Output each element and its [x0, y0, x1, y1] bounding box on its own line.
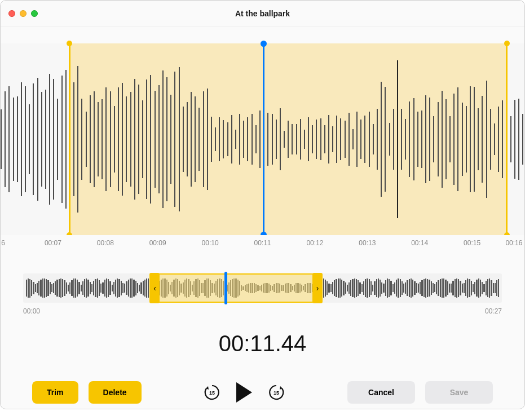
overview-playhead[interactable] [224, 272, 227, 304]
app-window: At the ballpark 600:0700:0800:0900:1000:… [0, 0, 525, 409]
overview-time-labels: 00:00 00:27 [23, 307, 502, 315]
overview-trim-end-handle[interactable]: › [312, 273, 323, 303]
ruler-tick: 00:13 [359, 239, 376, 247]
waveform-overview[interactable]: ‹ › [23, 273, 502, 303]
ruler-tick: 00:14 [411, 239, 428, 247]
save-button[interactable]: Save [425, 381, 493, 404]
trim-start-handle[interactable] [69, 43, 70, 235]
close-window-button[interactable] [8, 10, 15, 17]
overview-trim-start-handle[interactable]: ‹ [149, 273, 160, 303]
time-ruler: 600:0700:0800:0900:1000:1100:1200:1300:1… [1, 235, 524, 251]
ruler-tick: 00:16 [505, 239, 522, 247]
toolbar: Trim Delete 15 15 Cancel Save [1, 381, 524, 404]
ruler-tick: 00:15 [464, 239, 480, 247]
ruler-tick: 00:12 [306, 239, 323, 247]
minimize-window-button[interactable] [20, 10, 27, 17]
ruler-tick: 00:09 [149, 239, 166, 247]
skip-back-15-button[interactable]: 15 [204, 384, 220, 401]
svg-text:15: 15 [209, 390, 215, 396]
waveform-detail[interactable] [1, 43, 524, 235]
overview-end-time: 00:27 [485, 307, 502, 315]
cancel-button[interactable]: Cancel [347, 381, 415, 404]
maximize-window-button[interactable] [31, 10, 38, 17]
current-time-display: 00:11.44 [1, 331, 524, 356]
titlebar: At the ballpark [1, 1, 524, 26]
play-button[interactable] [236, 382, 252, 403]
ruler-tick: 00:08 [97, 239, 114, 247]
overview-start-time: 00:00 [23, 307, 40, 315]
trim-end-handle[interactable] [506, 43, 508, 235]
playhead[interactable] [263, 43, 264, 235]
trim-button[interactable]: Trim [32, 381, 78, 404]
traffic-lights [8, 10, 38, 17]
window-title: At the ballpark [1, 9, 524, 18]
svg-text:15: 15 [273, 390, 279, 396]
ruler-tick: 6 [1, 239, 5, 247]
ruler-tick: 00:07 [45, 239, 61, 247]
delete-button[interactable]: Delete [89, 381, 142, 404]
skip-forward-15-button[interactable]: 15 [268, 384, 285, 401]
overview-selection [155, 273, 317, 303]
ruler-tick: 00:11 [254, 239, 271, 247]
ruler-tick: 00:10 [202, 239, 219, 247]
